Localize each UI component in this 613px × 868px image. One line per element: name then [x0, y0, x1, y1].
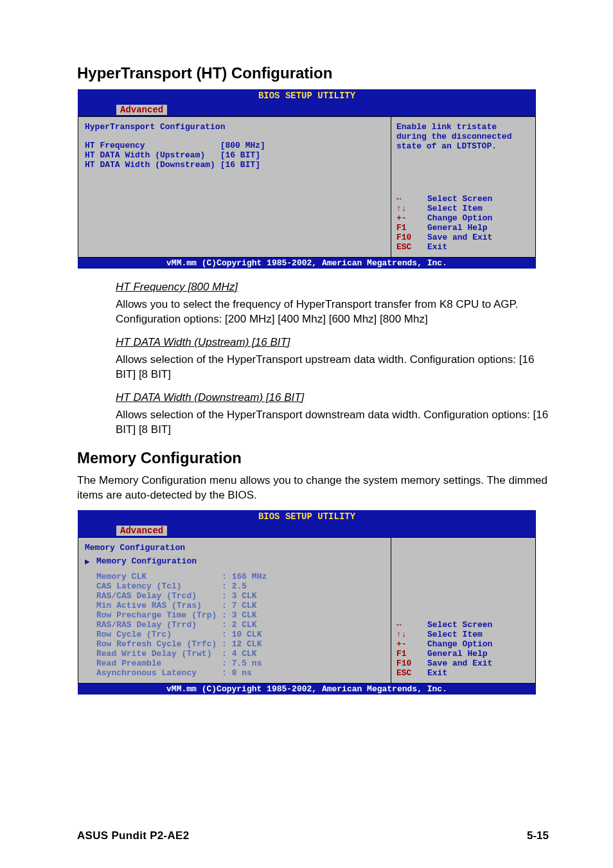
- bios-key-label: Change Option: [427, 213, 492, 223]
- bios-setting-label: Memory CLK :: [96, 572, 232, 581]
- f10-key-icon: F10: [396, 659, 427, 668]
- bios-setting-row[interactable]: HT DATA Width (Downstream) [16 BIT]: [85, 160, 384, 170]
- bios-main-panel: HyperTransport Configuration HT Frequenc…: [78, 116, 391, 258]
- bios-title: BIOS SETUP UTILITY: [78, 89, 536, 102]
- bios-submenu-label: Memory Configuration: [96, 556, 197, 567]
- bios-setting-value: 3 CLK: [232, 610, 257, 620]
- page-footer: ASUS Pundit P2-AE2 5-15: [77, 829, 549, 842]
- setting-item-title: HT DATA Width (Upstream) [16 BIT]: [116, 336, 549, 349]
- bios-tab-advanced: Advanced: [116, 105, 167, 115]
- bios-key-label: Select Screen: [427, 194, 492, 204]
- bios-setting-row: Min Active RAS (Tras) : 7 CLK: [96, 601, 384, 610]
- bios-setting-value: 4 CLK: [232, 649, 257, 659]
- section-heading-memory: Memory Configuration: [77, 449, 549, 467]
- arrows-left-right-icon: ↔: [396, 194, 427, 204]
- footer-product: ASUS Pundit P2-AE2: [77, 829, 189, 842]
- bios-setting-row: RAS/RAS Delay (Trrd) : 2 CLK: [96, 620, 384, 630]
- bios-setting-row: Asynchronous Latency : 8 ns: [96, 668, 384, 678]
- bios-setting-row: Read Write Delay (Trwt) : 4 CLK: [96, 649, 384, 659]
- bios-setting-row[interactable]: HT DATA Width (Upstream) [16 BIT]: [85, 150, 384, 160]
- bios-key-label: Save and Exit: [427, 659, 492, 668]
- bios-setting-label: Row Cycle (Trc) :: [96, 630, 232, 639]
- arrows-left-right-icon: ↔: [396, 620, 427, 630]
- f1-key-icon: F1: [396, 649, 427, 659]
- bios-section-title: HyperTransport Configuration: [85, 122, 384, 132]
- bios-key-label: General Help: [427, 223, 488, 233]
- bios-setting-row: RAS/CAS Delay (Trcd) : 3 CLK: [96, 591, 384, 601]
- bios-setting-row: Row Refresh Cycle (Trfc) : 12 CLK: [96, 639, 384, 649]
- bios-key-legend: ↔Select Screen ↑↓Select Item +-Change Op…: [396, 194, 530, 252]
- bios-setting-value: 7 CLK: [232, 601, 257, 610]
- bios-footer: vMM.mm (C)Copyright 1985-2002, American …: [78, 684, 536, 695]
- bios-key-label: Save and Exit: [427, 233, 492, 242]
- submenu-arrow-icon: ▶: [85, 556, 96, 567]
- bios-setting-row: Row Precharge Time (Trp) : 3 CLK: [96, 610, 384, 620]
- setting-item-desc: Allows selection of the HyperTransport u…: [116, 353, 549, 382]
- bios-setting-label: HT DATA Width (Upstream): [85, 150, 220, 160]
- bios-key-label: Change Option: [427, 639, 492, 649]
- bios-tab-row: Advanced: [78, 102, 536, 116]
- section-intro: The Memory Configuration menu allows you…: [77, 474, 549, 503]
- bios-side-panel: Enable link tristate during the disconne…: [391, 116, 536, 258]
- bios-setting-row: Row Cycle (Trc) : 10 CLK: [96, 630, 384, 639]
- bios-setting-label: Read Preamble :: [96, 659, 232, 668]
- bios-setting-value: [16 BIT]: [220, 160, 260, 170]
- arrows-up-down-icon: ↑↓: [396, 204, 427, 213]
- f1-key-icon: F1: [396, 223, 427, 233]
- bios-setting-label: Min Active RAS (Tras) :: [96, 601, 232, 610]
- bios-tab-row: Advanced: [78, 523, 536, 537]
- bios-key-label: Select Item: [427, 630, 483, 639]
- bios-screenshot-memory: BIOS SETUP UTILITY Advanced Memory Confi…: [77, 509, 537, 695]
- bios-footer: vMM.mm (C)Copyright 1985-2002, American …: [78, 258, 536, 269]
- plus-minus-icon: +-: [396, 639, 427, 649]
- bios-side-panel: ↔Select Screen ↑↓Select Item +-Change Op…: [391, 537, 536, 684]
- bios-tab-advanced: Advanced: [116, 526, 167, 536]
- bios-setting-label: CAS Latency (Tcl) :: [96, 581, 232, 591]
- section-heading-ht: HyperTransport (HT) Configuration: [77, 64, 549, 82]
- bios-setting-value: 12 CLK: [232, 639, 262, 649]
- bios-setting-value: 2.5: [232, 581, 247, 591]
- bios-setting-label: Row Refresh Cycle (Trfc) :: [96, 639, 232, 649]
- bios-setting-label: Asynchronous Latency :: [96, 668, 232, 678]
- footer-page-num: 5-15: [527, 829, 549, 842]
- bios-key-label: Exit: [427, 668, 447, 678]
- bios-setting-value: 3 CLK: [232, 591, 257, 601]
- bios-setting-value: [16 BIT]: [220, 150, 260, 160]
- bios-key-label: General Help: [427, 649, 488, 659]
- bios-setting-row: Memory CLK : 166 MHz: [96, 572, 384, 581]
- bios-key-legend: ↔Select Screen ↑↓Select Item +-Change Op…: [396, 620, 530, 678]
- bios-setting-row[interactable]: HT Frequency [800 MHz]: [85, 141, 384, 150]
- bios-setting-label: HT DATA Width (Downstream): [85, 160, 220, 170]
- bios-setting-row: Read Preamble : 7.5 ns: [96, 659, 384, 668]
- bios-setting-label: Read Write Delay (Trwt) :: [96, 649, 232, 659]
- bios-section-title: Memory Configuration: [85, 543, 384, 553]
- bios-setting-value: 10 CLK: [232, 630, 262, 639]
- f10-key-icon: F10: [396, 233, 427, 242]
- bios-setting-label: RAS/RAS Delay (Trrd) :: [96, 620, 232, 630]
- bios-main-panel: Memory Configuration ▶ Memory Configurat…: [78, 537, 391, 684]
- bios-setting-row: CAS Latency (Tcl) : 2.5: [96, 581, 384, 591]
- bios-key-label: Select Screen: [427, 620, 492, 630]
- bios-setting-value: [800 MHz]: [220, 141, 265, 150]
- bios-setting-label: RAS/CAS Delay (Trcd) :: [96, 591, 232, 601]
- bios-key-label: Exit: [427, 242, 447, 252]
- bios-setting-label: HT Frequency: [85, 141, 220, 150]
- esc-key-icon: ESC: [396, 668, 427, 678]
- bios-setting-value: 7.5 ns: [232, 659, 262, 668]
- bios-submenu-row[interactable]: ▶ Memory Configuration: [85, 556, 384, 567]
- esc-key-icon: ESC: [396, 242, 427, 252]
- setting-item-title: HT DATA Width (Downstream) [16 BIT]: [116, 391, 549, 404]
- bios-dimmed-group: Memory CLK : 166 MHz CAS Latency (Tcl) :…: [85, 572, 384, 678]
- bios-setting-value: 2 CLK: [232, 620, 257, 630]
- bios-setting-value: 166 MHz: [232, 572, 267, 581]
- bios-title: BIOS SETUP UTILITY: [78, 510, 536, 523]
- bios-help-text: Enable link tristate during the disconne…: [396, 122, 530, 151]
- arrows-up-down-icon: ↑↓: [396, 630, 427, 639]
- setting-item-desc: Allows selection of the HyperTransport d…: [116, 408, 549, 438]
- bios-setting-label: Row Precharge Time (Trp) :: [96, 610, 232, 620]
- bios-setting-value: 8 ns: [232, 668, 252, 678]
- setting-item-title: HT Frequency [800 MHz]: [116, 281, 549, 294]
- setting-item-desc: Allows you to select the frequency of Hy…: [116, 297, 549, 327]
- bios-key-label: Select Item: [427, 204, 483, 213]
- plus-minus-icon: +-: [396, 213, 427, 223]
